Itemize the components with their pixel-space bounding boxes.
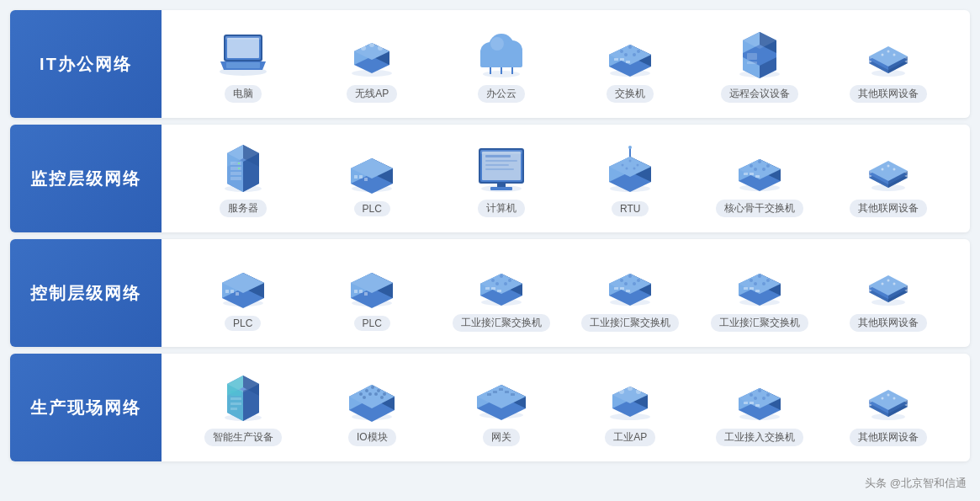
svg-point-41 bbox=[238, 168, 240, 169]
device-icon-other bbox=[859, 25, 918, 80]
device-label-office-cloud: 办公云 bbox=[478, 85, 525, 103]
device-item-computer2: 计算机 bbox=[437, 133, 566, 224]
device-icon-switch bbox=[730, 254, 789, 309]
device-label-other3: 其他联网设备 bbox=[850, 314, 927, 332]
device-label-other4: 其他联网设备 bbox=[850, 429, 927, 446]
row-content-field-network: 智能生产设备 IO模块 bbox=[162, 354, 970, 461]
device-icon-plc bbox=[214, 256, 273, 311]
device-item-office-cloud: 办公云 bbox=[437, 19, 566, 109]
svg-rect-5 bbox=[225, 36, 261, 40]
svg-rect-56 bbox=[480, 150, 522, 154]
device-icon-switch bbox=[730, 140, 789, 195]
device-item-other4: 其他联网设备 bbox=[824, 362, 954, 453]
row-label-monitor-network: 监控层级网络 bbox=[10, 125, 162, 232]
device-icon-switch bbox=[730, 369, 789, 424]
device-item-wireless-ap: 无线AP bbox=[308, 19, 437, 109]
svg-point-32 bbox=[882, 53, 884, 56]
svg-rect-36 bbox=[230, 162, 241, 165]
device-label-plc3: PLC bbox=[354, 316, 390, 331]
device-item-computer: 电脑 bbox=[178, 19, 308, 109]
device-icon-plc bbox=[342, 256, 401, 311]
device-item-access-switch: 工业接入交换机 bbox=[695, 362, 824, 453]
device-label-other2: 其他联网设备 bbox=[850, 200, 927, 217]
device-label-gateway: 网关 bbox=[483, 429, 520, 446]
device-label-plc1: PLC bbox=[354, 201, 390, 216]
row-content-it-network: 电脑 无线AP bbox=[162, 10, 970, 118]
device-label-industrial-switch1: 工业接汇聚交换机 bbox=[453, 314, 550, 332]
svg-point-75 bbox=[882, 168, 884, 170]
device-label-access-switch: 工业接入交换机 bbox=[716, 429, 803, 446]
device-icon-other bbox=[859, 369, 918, 424]
network-row-monitor-network: 监控层级网络 服务器 bbox=[10, 125, 970, 232]
device-item-plc2: PLC bbox=[178, 249, 308, 338]
row-label-field-network: 生产现场网络 bbox=[10, 354, 162, 461]
svg-rect-84 bbox=[359, 290, 363, 293]
device-item-industrial-switch1: 工业接汇聚交换机 bbox=[437, 248, 566, 338]
svg-rect-85 bbox=[364, 292, 368, 296]
svg-rect-118 bbox=[230, 391, 241, 396]
svg-point-59 bbox=[628, 146, 632, 149]
svg-point-154 bbox=[893, 397, 896, 399]
device-label-plc2: PLC bbox=[225, 316, 261, 331]
device-item-other2: 其他联网设备 bbox=[824, 133, 954, 224]
device-item-smart-device: 智能生产设备 bbox=[178, 362, 308, 453]
device-item-core-switch: 核心骨干交换机 bbox=[695, 133, 824, 224]
watermark: 头条 @北京智和信通 bbox=[865, 476, 967, 491]
device-icon-other bbox=[859, 254, 918, 309]
device-icon-conference bbox=[730, 25, 789, 80]
svg-point-15 bbox=[490, 37, 504, 51]
svg-rect-45 bbox=[364, 178, 368, 181]
svg-rect-38 bbox=[230, 172, 241, 175]
device-label-wireless-ap: 无线AP bbox=[347, 85, 397, 103]
device-item-industrial-switch3: 工业接汇聚交换机 bbox=[695, 248, 824, 338]
svg-rect-119 bbox=[230, 397, 241, 400]
device-label-industrial-switch2: 工业接汇聚交换机 bbox=[581, 314, 679, 332]
svg-point-114 bbox=[882, 282, 884, 285]
network-row-it-network: IT办公网络 电脑 bbox=[10, 10, 970, 118]
device-icon-switch bbox=[601, 25, 660, 80]
device-item-io-module: IO模块 bbox=[308, 362, 437, 453]
svg-point-153 bbox=[887, 393, 890, 396]
device-label-industrial-switch3: 工业接汇聚交换机 bbox=[711, 314, 808, 332]
svg-rect-79 bbox=[225, 290, 229, 293]
device-label-computer: 电脑 bbox=[225, 85, 262, 103]
device-icon-wireless-ap bbox=[601, 369, 660, 424]
device-item-server: 服务器 bbox=[178, 133, 308, 224]
svg-rect-44 bbox=[359, 175, 363, 179]
svg-point-40 bbox=[238, 163, 240, 164]
svg-rect-4 bbox=[226, 62, 260, 68]
svg-rect-83 bbox=[354, 290, 358, 293]
row-label-it-network: IT办公网络 bbox=[10, 10, 162, 118]
device-label-io-module: IO模块 bbox=[348, 429, 396, 446]
device-icon-io-module bbox=[342, 369, 401, 424]
device-icon-smart-device bbox=[214, 369, 273, 424]
svg-rect-53 bbox=[485, 160, 517, 162]
svg-point-34 bbox=[893, 53, 896, 56]
svg-point-152 bbox=[882, 397, 884, 399]
svg-rect-14 bbox=[480, 51, 522, 67]
device-icon-server bbox=[214, 140, 273, 195]
device-item-other3: 其他联网设备 bbox=[824, 248, 954, 338]
svg-rect-55 bbox=[485, 168, 514, 170]
svg-rect-29 bbox=[747, 53, 757, 60]
row-label-control-network: 控制层级网络 bbox=[10, 239, 162, 347]
device-item-conference: 远程会议设备 bbox=[695, 19, 824, 109]
device-icon-switch bbox=[472, 254, 531, 309]
device-item-industrial-switch2: 工业接汇聚交换机 bbox=[566, 248, 696, 338]
device-icon-monitor bbox=[472, 140, 531, 195]
svg-rect-48 bbox=[490, 187, 512, 190]
device-icon-wireless-ap bbox=[342, 25, 401, 80]
device-label-smart-device: 智能生产设备 bbox=[204, 429, 282, 446]
svg-rect-54 bbox=[485, 164, 509, 166]
device-item-industrial-ap: 工业AP bbox=[566, 362, 696, 453]
network-row-field-network: 生产现场网络 智能生产设备 bbox=[10, 354, 970, 461]
device-item-plc3: PLC bbox=[308, 249, 437, 338]
svg-rect-80 bbox=[230, 290, 234, 293]
device-item-other1: 其他联网设备 bbox=[824, 19, 954, 109]
svg-rect-81 bbox=[236, 292, 239, 296]
svg-rect-43 bbox=[354, 175, 358, 179]
device-icon-cloud bbox=[472, 25, 531, 80]
svg-rect-3 bbox=[227, 38, 259, 58]
svg-rect-39 bbox=[230, 177, 241, 180]
svg-rect-120 bbox=[230, 402, 241, 405]
